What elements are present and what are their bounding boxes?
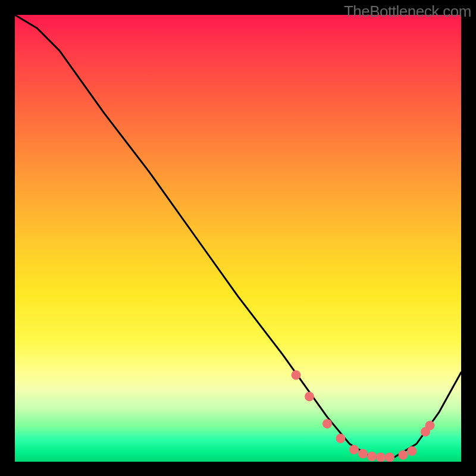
curve-dot <box>367 452 377 461</box>
curve-dot <box>358 449 368 459</box>
curve-dot <box>305 392 314 401</box>
curve-dot <box>292 370 301 380</box>
curve-dot <box>336 434 346 443</box>
plot-area <box>15 15 461 462</box>
curve-dot <box>399 450 408 460</box>
chart-frame: TheBottleneck.com <box>0 0 476 476</box>
curve-dot <box>385 453 394 462</box>
curve-dot <box>322 419 332 428</box>
curve-dot <box>408 446 417 456</box>
curve-dot <box>349 445 359 455</box>
curve-dot <box>376 453 386 462</box>
curve-dots-group <box>292 370 435 462</box>
plot-overlay <box>15 15 461 462</box>
bottleneck-curve <box>15 15 461 458</box>
curve-dot <box>425 421 435 430</box>
watermark-text: TheBottleneck.com <box>344 2 471 21</box>
curve-dot <box>421 427 430 437</box>
